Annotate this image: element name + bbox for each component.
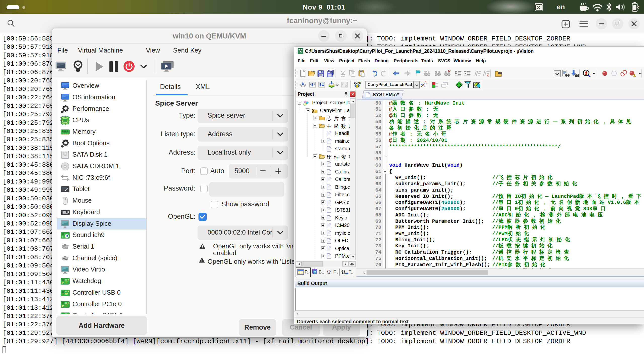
svg-text:LOAD: LOAD: [354, 81, 361, 84]
svg-text:5: 5: [301, 52, 303, 54]
svg-text:d: d: [585, 70, 587, 76]
svg-text:?: ?: [314, 271, 316, 274]
